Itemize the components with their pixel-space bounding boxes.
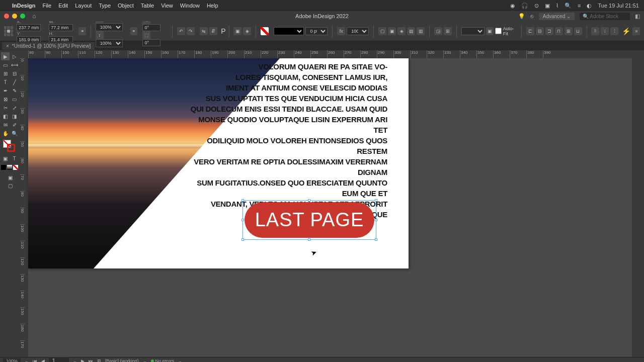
window-zoom-button[interactable] xyxy=(20,14,25,19)
autofit-checkbox[interactable]: Auto-Fit xyxy=(495,26,517,36)
line-tool[interactable]: ╱ xyxy=(10,78,19,86)
page-number-input[interactable] xyxy=(49,357,69,362)
stroke-swatch[interactable] xyxy=(7,144,15,152)
align-left-icon[interactable]: ⊏ xyxy=(526,27,534,35)
canvas[interactable]: 8090100110120130140150160170180190200210… xyxy=(20,50,632,357)
width-input[interactable] xyxy=(49,24,73,31)
opacity-input[interactable]: 100% xyxy=(347,27,369,35)
constrain-scale-icon[interactable]: ⚭ xyxy=(130,27,138,35)
menu-edit[interactable]: Edit xyxy=(58,3,68,9)
chevron-down-icon[interactable]: ⌄ xyxy=(73,358,77,363)
menu-window[interactable]: Window xyxy=(180,3,200,9)
wrap-shape-icon[interactable]: ◈ xyxy=(397,27,406,35)
rectangle-tool[interactable]: ▭ xyxy=(10,95,19,103)
scale-y-input[interactable]: 100% xyxy=(96,39,123,47)
body-text-frame[interactable]: VOLORUM QUAERI RE PA SITAE VO- LORES TIS… xyxy=(186,61,387,220)
wrap-jump-icon[interactable]: ▤ xyxy=(407,27,415,35)
corner-options-icon[interactable]: ◲ xyxy=(434,27,442,35)
select-container-icon[interactable]: ▣ xyxy=(233,27,242,35)
chevron-down-icon[interactable]: ⌄ xyxy=(25,358,29,363)
hand-tool[interactable]: ✋ xyxy=(1,129,10,137)
preflight-profile[interactable]: [Basic] (working) xyxy=(105,358,139,363)
horizontal-ruler[interactable]: 8090100110120130140150160170180190200210… xyxy=(28,50,632,58)
wrap-bounding-icon[interactable]: ▣ xyxy=(388,27,396,35)
stroke-style-dropdown[interactable] xyxy=(274,27,304,35)
window-close-button[interactable] xyxy=(4,14,9,19)
frame-fitting-dropdown[interactable] xyxy=(461,27,485,35)
last-page-icon[interactable]: ⏭ xyxy=(89,358,93,363)
rotate-cw-icon[interactable]: ↷ xyxy=(187,27,195,35)
spotlight-icon[interactable]: 🔍 xyxy=(565,3,572,9)
gradient-swatch-tool[interactable]: ◧ xyxy=(1,112,10,120)
siri-icon[interactable]: ◐ xyxy=(587,3,592,9)
align-right-icon[interactable]: ⊐ xyxy=(545,27,553,35)
menu-help[interactable]: Help xyxy=(207,3,218,9)
note-tool[interactable]: ✉ xyxy=(1,121,10,129)
document-tab[interactable]: × *Untitled-1 @ 100% [GPU Preview] xyxy=(2,42,95,50)
formatting-container-icon[interactable]: ▣ xyxy=(1,154,10,162)
button-object[interactable]: LAST PAGE xyxy=(245,202,374,238)
free-transform-tool[interactable]: ⤢ xyxy=(10,104,19,112)
bulb-icon[interactable]: 💡 xyxy=(518,13,525,20)
menu-view[interactable]: View xyxy=(161,3,173,9)
rotation-input[interactable] xyxy=(142,24,160,31)
wrap-none-icon[interactable]: ▢ xyxy=(378,27,386,35)
control-menu-icon[interactable]: ≡ xyxy=(632,27,640,35)
align-center-v-icon[interactable]: ⊞ xyxy=(565,27,573,35)
fill-stroke-swatches[interactable] xyxy=(1,140,19,154)
rotate-ccw-icon[interactable]: ↶ xyxy=(177,27,185,35)
effects-icon[interactable]: fx xyxy=(337,27,345,35)
next-page-icon[interactable]: ▶ xyxy=(81,358,85,363)
zoom-tool[interactable]: 🔍 xyxy=(10,129,19,137)
pen-tool[interactable]: ✒ xyxy=(1,86,10,95)
select-content-icon[interactable]: ◈ xyxy=(243,27,251,35)
page-tool[interactable]: ▭ xyxy=(1,61,10,69)
status-icon[interactable]: ⊙ xyxy=(534,3,539,9)
quick-apply-icon[interactable]: ⚡ xyxy=(622,27,630,35)
preflight-status[interactable]: No errors xyxy=(151,358,175,363)
formatting-text-icon[interactable]: T xyxy=(10,154,19,162)
scissors-tool[interactable]: ✂ xyxy=(1,104,10,112)
distribute-space-icon[interactable]: ⋮ xyxy=(610,27,618,35)
type-tool[interactable]: T xyxy=(1,78,10,86)
constrain-proportions-icon[interactable]: ⚭ xyxy=(78,27,86,35)
character-panel-icon[interactable]: P xyxy=(221,27,225,35)
prev-page-icon[interactable]: ◀ xyxy=(41,358,45,363)
menu-table[interactable]: Table xyxy=(141,3,154,9)
rectangle-frame-tool[interactable]: ⊠ xyxy=(1,95,10,103)
gradient-feather-tool[interactable]: ◨ xyxy=(10,112,19,120)
gap-tool[interactable]: ⟷ xyxy=(10,61,19,69)
align-bottom-icon[interactable]: ⊔ xyxy=(574,27,582,35)
shear-input[interactable] xyxy=(142,39,160,46)
x-position-input[interactable] xyxy=(17,24,41,31)
status-icon[interactable]: 🎧 xyxy=(521,3,528,9)
stroke-weight-input[interactable]: 0 pt xyxy=(305,27,328,35)
menu-object[interactable]: Object xyxy=(118,3,134,9)
direct-selection-tool[interactable]: ▷ xyxy=(10,52,19,60)
fill-frame-icon[interactable]: ▣ xyxy=(486,27,493,35)
align-center-h-icon[interactable]: ⊟ xyxy=(536,27,544,35)
open-dialog-icon[interactable]: ⊞ xyxy=(97,358,101,363)
window-minimize-button[interactable] xyxy=(12,14,17,19)
apply-none-icon[interactable] xyxy=(13,165,18,170)
adobe-stock-search[interactable]: 🔍 Adobe Stock xyxy=(580,13,630,20)
panel-toggle-icon[interactable]: ◧ xyxy=(635,13,640,20)
ruler-origin[interactable] xyxy=(20,50,28,58)
chevron-down-icon[interactable]: ⌄ xyxy=(143,358,147,363)
distribute-v-icon[interactable]: ⫶ xyxy=(601,27,609,35)
wrap-jump-next-icon[interactable]: ▥ xyxy=(417,27,425,35)
workspace-switcher[interactable]: Advanced ⌄ xyxy=(539,13,575,20)
clock[interactable]: Tue 19 Jul 21:51 xyxy=(598,3,639,9)
view-mode-preview[interactable]: ▢ xyxy=(1,182,19,190)
status-icon[interactable]: ◉ xyxy=(510,3,515,9)
eyedropper-tool[interactable]: ✐ xyxy=(10,121,19,129)
distribute-h-icon[interactable]: ⫴ xyxy=(591,27,599,35)
content-collector-tool[interactable]: ⊞ xyxy=(1,69,10,77)
content-placer-tool[interactable]: ⊟ xyxy=(10,69,19,77)
right-panel-strip[interactable] xyxy=(632,50,644,357)
zoom-level[interactable]: 100% xyxy=(3,358,21,363)
view-mode-normal[interactable]: ▣ xyxy=(1,173,19,182)
fitting-icon[interactable]: ⊞ xyxy=(444,27,452,35)
share-icon[interactable]: ⎋ xyxy=(530,13,534,19)
first-page-icon[interactable]: ⏮ xyxy=(33,358,37,363)
